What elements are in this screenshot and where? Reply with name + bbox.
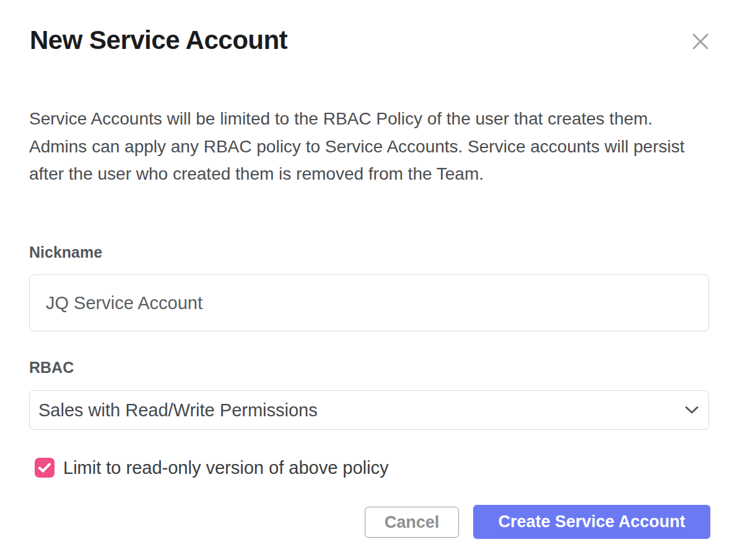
rbac-select[interactable]: Sales with Read/Write Permissions: [29, 390, 709, 430]
rbac-label: RBAC: [29, 358, 74, 377]
modal-title: New Service Account: [30, 25, 287, 56]
new-service-account-modal: New Service Account Service Accounts wil…: [0, 0, 737, 560]
chevron-down-icon: [685, 406, 699, 414]
readonly-policy-checkbox-row: Limit to read-only version of above poli…: [35, 457, 388, 478]
cancel-button[interactable]: Cancel: [365, 507, 459, 538]
modal-description: Service Accounts will be limited to the …: [29, 105, 713, 188]
rbac-selected-value: Sales with Read/Write Permissions: [38, 400, 318, 421]
check-icon: [38, 463, 51, 473]
create-service-account-button[interactable]: Create Service Account: [473, 505, 710, 539]
readonly-policy-checkbox[interactable]: [35, 458, 55, 478]
nickname-input[interactable]: [29, 274, 709, 331]
close-button[interactable]: [687, 28, 713, 55]
close-icon: [692, 33, 709, 50]
readonly-policy-checkbox-label: Limit to read-only version of above poli…: [63, 457, 388, 478]
nickname-label: Nickname: [29, 243, 102, 261]
